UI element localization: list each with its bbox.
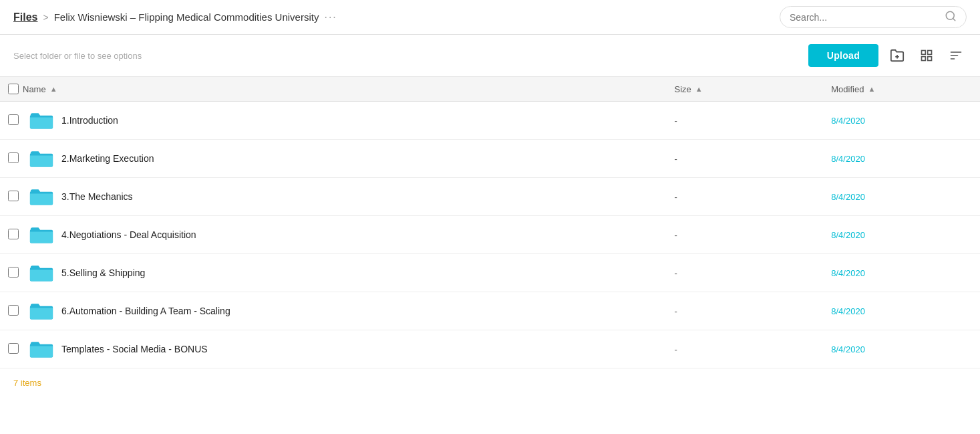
toolbar-hint: Select folder or file to see options (13, 51, 800, 61)
header: Files > Felix Wisniewski – Flipping Medi… (0, 0, 980, 35)
svg-line-1 (953, 18, 955, 20)
file-modified: 8/4/2020 (831, 344, 865, 354)
toolbar: Select folder or file to see options Upl… (0, 35, 980, 77)
table-row: Templates - Social Media - BONUS -8/4/20… (0, 330, 980, 368)
folder-icon (29, 340, 53, 358)
items-count: 7 items (13, 378, 41, 388)
breadcrumb-separator: > (43, 12, 48, 23)
breadcrumb-files-link[interactable]: Files (13, 11, 37, 23)
search-input[interactable] (790, 12, 939, 23)
file-modified: 8/4/2020 (831, 268, 865, 278)
search-icon (945, 10, 957, 24)
file-modified: 8/4/2020 (831, 230, 865, 240)
row-checkbox-2[interactable] (8, 191, 19, 201)
file-table-body: 1.Introduction -8/4/2020 2.Marketing Exe… (0, 102, 980, 368)
row-checkbox-4[interactable] (8, 267, 19, 278)
table-row: 3.The Mechanics -8/4/2020 (0, 178, 980, 216)
row-checkbox-3[interactable] (8, 229, 19, 239)
file-size: - (675, 306, 677, 316)
table-row: 4.Negotiations - Deal Acquisition -8/4/2… (0, 216, 980, 254)
breadcrumb: Files > Felix Wisniewski – Flipping Medi… (13, 11, 780, 23)
column-header-modified: Modified ▲ (823, 77, 980, 102)
file-table: Name ▲ Size ▲ Modified ▲ (0, 77, 980, 368)
breadcrumb-more-button[interactable]: ··· (324, 11, 337, 23)
sort-button[interactable] (945, 45, 967, 66)
breadcrumb-course-title: Felix Wisniewski – Flipping Medical Comm… (54, 11, 319, 23)
svg-rect-4 (922, 51, 926, 55)
column-header-size: Size ▲ (667, 77, 824, 102)
search-bar (780, 6, 967, 28)
folder-icon (29, 111, 53, 130)
row-checkbox-6[interactable] (8, 343, 19, 354)
svg-rect-5 (928, 51, 932, 55)
file-size: - (675, 154, 677, 164)
file-size: - (675, 230, 677, 240)
table-row: 1.Introduction -8/4/2020 (0, 102, 980, 140)
modified-sort-arrow[interactable]: ▲ (868, 85, 875, 93)
folder-icon (29, 149, 53, 168)
grid-view-button[interactable] (916, 45, 937, 66)
select-all-checkbox[interactable] (8, 84, 19, 94)
file-name: 5.Selling & Shipping (61, 267, 145, 278)
file-size: - (675, 116, 677, 126)
row-checkbox-1[interactable] (8, 152, 19, 163)
file-name: Templates - Social Media - BONUS (61, 344, 208, 354)
footer: 7 items (0, 368, 980, 397)
table-row: 2.Marketing Execution -8/4/2020 (0, 140, 980, 178)
name-sort-arrow[interactable]: ▲ (50, 85, 57, 93)
size-sort-arrow[interactable]: ▲ (695, 85, 703, 93)
folder-icon (29, 302, 53, 320)
file-size: - (675, 192, 677, 202)
file-name: 4.Negotiations - Deal Acquisition (61, 229, 196, 240)
table-header: Name ▲ Size ▲ Modified ▲ (0, 77, 980, 102)
folder-icon (29, 263, 53, 282)
file-name: 1.Introduction (61, 115, 118, 126)
row-checkbox-5[interactable] (8, 305, 19, 316)
file-modified: 8/4/2020 (831, 192, 865, 202)
column-header-name: Name ▲ (0, 77, 667, 102)
file-size: - (675, 344, 677, 354)
table-row: 6.Automation - Building A Team - Scaling… (0, 292, 980, 330)
file-name: 2.Marketing Execution (61, 153, 154, 164)
file-name: 3.The Mechanics (61, 191, 133, 202)
row-checkbox-0[interactable] (8, 114, 19, 125)
file-size: - (675, 268, 677, 278)
new-folder-button[interactable] (886, 45, 908, 66)
file-name: 6.Automation - Building A Team - Scaling (61, 306, 230, 316)
upload-button[interactable]: Upload (808, 44, 878, 67)
svg-rect-7 (928, 57, 932, 61)
table-row: 5.Selling & Shipping -8/4/2020 (0, 254, 980, 292)
folder-icon (29, 187, 53, 206)
file-modified: 8/4/2020 (831, 154, 865, 164)
file-modified: 8/4/2020 (831, 306, 865, 316)
file-modified: 8/4/2020 (831, 116, 865, 126)
svg-rect-6 (922, 57, 926, 61)
folder-icon (29, 225, 53, 244)
